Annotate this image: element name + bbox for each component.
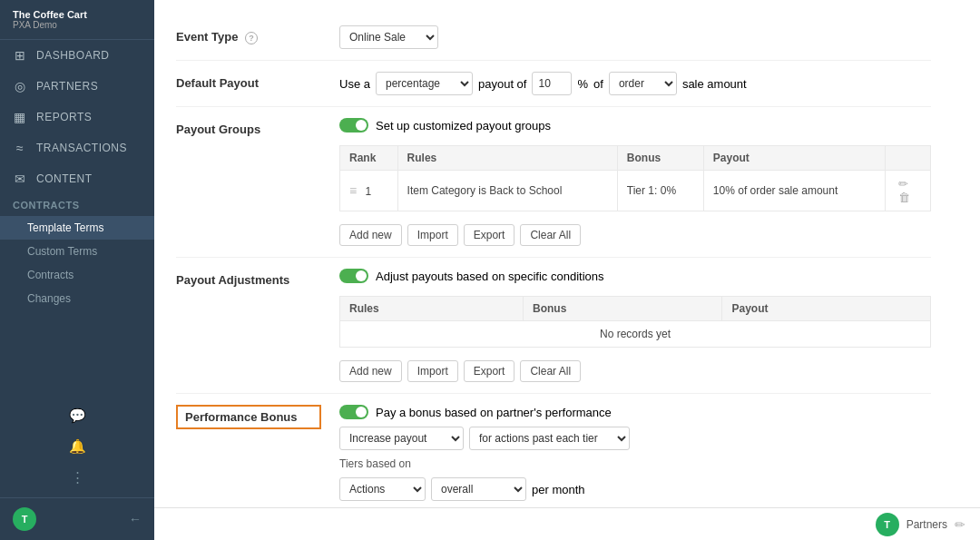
perf-bonus-toggle[interactable] xyxy=(339,405,368,419)
footer-label: Partners xyxy=(906,518,947,531)
sidebar-item-reports[interactable]: ▦ REPORTS xyxy=(0,102,154,133)
edit-icon[interactable]: ✏ xyxy=(898,177,908,191)
sidebar-item-content[interactable]: ✉ CONTENT xyxy=(0,163,154,194)
footer-avatar: T xyxy=(876,513,899,536)
payout-cell: 10% of order sale amount xyxy=(703,171,885,211)
payout-adj-table: Rules Bonus Payout No records yet xyxy=(339,296,931,348)
sidebar-item-label: DASHBOARD xyxy=(36,49,110,62)
default-payout-row: Default Payout Use a percentage flat pay… xyxy=(176,61,931,107)
sidebar-item-transactions[interactable]: ≈ TRANSACTIONS xyxy=(0,133,154,163)
rank-header: Rank xyxy=(340,146,398,171)
payout-groups-toggle[interactable] xyxy=(339,118,368,133)
payout-adj-add-btn[interactable]: Add new xyxy=(339,360,402,382)
payout-type-select[interactable]: percentage flat xyxy=(376,72,473,95)
use-a-label: Use a xyxy=(339,77,370,91)
perf-action-select[interactable]: for actions past each tier for all actio… xyxy=(469,427,630,450)
payout-adj-desc: Adjust payouts based on specific conditi… xyxy=(376,270,604,283)
default-payout-content: Use a percentage flat payout of % of ord… xyxy=(339,72,931,95)
payout-of2-label: of xyxy=(593,77,603,91)
delete-icon[interactable]: 🗑 xyxy=(898,191,910,204)
payout-amount-input[interactable] xyxy=(532,72,572,95)
payout-groups-btn-row: Add new Import Export Clear All xyxy=(339,224,931,246)
bonus-cell: Tier 1: 0% xyxy=(617,171,703,211)
payout-of-label: payout of xyxy=(478,77,527,91)
tiers-based-on-label: Tiers based on xyxy=(339,457,931,470)
sidebar-item-dashboard[interactable]: ⊞ DASHBOARD xyxy=(0,40,154,71)
reports-icon: ▦ xyxy=(13,110,27,124)
adj-payout-header: Payout xyxy=(722,297,931,321)
payout-adj-toggle[interactable] xyxy=(339,269,368,283)
sidebar-item-changes[interactable]: Changes xyxy=(0,287,154,310)
default-payout-label: Default Payout xyxy=(176,72,321,90)
payout-adjustments-row: Payout Adjustments Adjust payouts based … xyxy=(176,258,931,394)
footer-edit-icon[interactable]: ✏ xyxy=(955,517,965,532)
row-actions-cell: ✏ 🗑 xyxy=(886,171,931,211)
sidebar-item-template-terms[interactable]: Template Terms xyxy=(0,216,154,240)
chat-icon-btn[interactable]: 💬 xyxy=(0,401,154,430)
sidebar-collapse-btn[interactable]: ← xyxy=(129,512,142,526)
content-icon: ✉ xyxy=(13,172,27,186)
more-icon-btn[interactable]: ⋮ xyxy=(0,463,154,492)
payout-adj-clearall-btn[interactable]: Clear All xyxy=(520,360,581,382)
performance-bonus-label: Performance Bonus xyxy=(176,405,321,429)
sidebar-item-custom-terms[interactable]: Custom Terms xyxy=(0,240,154,263)
contracts-label: Contracts xyxy=(27,269,74,281)
drag-handle-icon[interactable]: ≡ xyxy=(349,183,357,198)
payout-groups-desc: Set up customized payout groups xyxy=(376,119,551,133)
sidebar-item-label: PARTNERS xyxy=(36,80,98,93)
sidebar-bottom-icons: 💬 🔔 ⋮ xyxy=(0,396,154,497)
perf-payout-type-row: Increase payout Decrease payout for acti… xyxy=(339,427,931,450)
adj-rules-header: Rules xyxy=(340,297,524,321)
payout-adj-export-btn[interactable]: Export xyxy=(464,360,515,382)
payout-header: Payout xyxy=(703,146,885,171)
notification-icon-btn[interactable]: 🔔 xyxy=(0,432,154,461)
partners-icon: ◎ xyxy=(13,79,27,93)
sidebar-item-partners[interactable]: ◎ PARTNERS xyxy=(0,71,154,102)
sidebar-item-contracts[interactable]: Contracts xyxy=(0,263,154,287)
sidebar: The Coffee Cart PXA Demo ⊞ DASHBOARD ◎ P… xyxy=(0,0,154,540)
tiers-metric-select[interactable]: Actions Revenue xyxy=(339,477,426,501)
event-type-help-icon[interactable]: ? xyxy=(245,32,258,44)
payout-groups-label: Payout Groups xyxy=(176,118,321,136)
payout-adj-btn-row: Add new Import Export Clear All xyxy=(339,360,931,382)
payout-groups-clearall-btn[interactable]: Clear All xyxy=(520,224,581,246)
sidebar-item-label: REPORTS xyxy=(36,111,92,123)
payout-groups-export-btn[interactable]: Export xyxy=(464,224,515,246)
payout-groups-toggle-wrap: Set up customized payout groups xyxy=(339,118,931,133)
content-area: Event Type ? Online Sale Offline Sale Le… xyxy=(154,0,953,540)
rank-cell: ≡ 1 xyxy=(340,171,398,211)
payout-groups-row: Payout Groups Set up customized payout g… xyxy=(176,107,931,258)
payout-groups-add-btn[interactable]: Add new xyxy=(339,224,402,246)
dashboard-icon: ⊞ xyxy=(13,48,27,63)
avatar: T xyxy=(13,507,36,531)
payout-adjustments-label: Payout Adjustments xyxy=(176,269,321,287)
footer-bar: T Partners ✏ xyxy=(154,507,980,540)
payout-order-select[interactable]: order item xyxy=(609,72,677,95)
perf-payout-type-select[interactable]: Increase payout Decrease payout xyxy=(339,427,464,450)
rules-cell: Item Category is Back to School xyxy=(397,171,617,211)
event-type-row: Event Type ? Online Sale Offline Sale Le… xyxy=(176,15,931,61)
perf-bonus-toggle-wrap: Pay a bonus based on partner's performan… xyxy=(339,405,931,419)
tiers-scope-select[interactable]: overall per partner xyxy=(431,477,526,501)
contracts-section-label: CONTRACTS xyxy=(0,194,154,216)
table-row: ≡ 1 Item Category is Back to School Tier… xyxy=(340,171,931,211)
app-logo: The Coffee Cart PXA Demo xyxy=(0,0,154,40)
payout-adj-import-btn[interactable]: Import xyxy=(407,360,458,382)
event-type-inline: Online Sale Offline Sale Lead xyxy=(339,25,931,49)
event-type-select[interactable]: Online Sale Offline Sale Lead xyxy=(339,25,438,49)
bonus-header: Bonus xyxy=(617,146,703,171)
app-name: The Coffee Cart xyxy=(13,9,142,20)
no-records-cell: No records yet xyxy=(340,321,931,348)
event-type-content: Online Sale Offline Sale Lead xyxy=(339,25,931,49)
sidebar-nav: ⊞ DASHBOARD ◎ PARTNERS ▦ REPORTS ≈ TRANS… xyxy=(0,40,154,396)
transactions-icon: ≈ xyxy=(13,141,27,155)
sidebar-item-label: CONTENT xyxy=(36,172,93,185)
app-sub: PXA Demo xyxy=(13,20,142,30)
payout-groups-content: Set up customized payout groups Rank Rul… xyxy=(339,118,931,246)
custom-terms-label: Custom Terms xyxy=(27,245,97,258)
event-type-label: Event Type ? xyxy=(176,25,321,44)
payout-groups-import-btn[interactable]: Import xyxy=(407,224,458,246)
main-content: Event Type ? Online Sale Offline Sale Le… xyxy=(154,0,980,540)
tiers-metric-row: Actions Revenue overall per partner per … xyxy=(339,477,931,501)
perf-bonus-desc: Pay a bonus based on partner's performan… xyxy=(376,406,612,419)
